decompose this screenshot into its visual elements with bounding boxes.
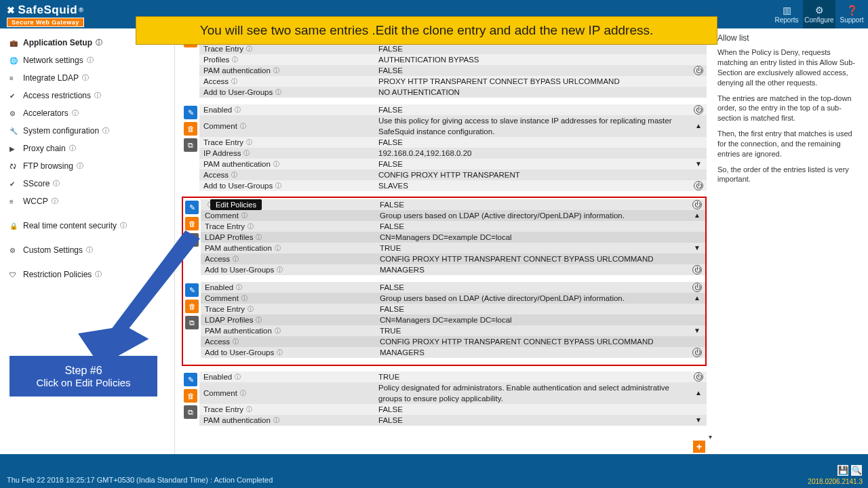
row-control — [689, 336, 705, 347]
edit-button[interactable]: ✎ — [184, 373, 197, 386]
entry-row: Add to User-Groups ⓘMANAGERS⏻ — [201, 347, 705, 358]
row-label: Profiles ⓘ — [199, 54, 376, 65]
help-icon[interactable]: ⓘ — [246, 137, 252, 148]
row-value: FALSE — [376, 104, 690, 115]
help-icon[interactable]: ⓘ — [275, 87, 281, 98]
info-paragraph: So, the order of the entries listed is v… — [717, 165, 863, 185]
help-icon[interactable]: ⓘ — [233, 336, 239, 347]
sidebar-item-access-restrictions[interactable]: ✔Access restrictionsⓘ — [0, 87, 174, 104]
help-icon[interactable]: ⓘ — [277, 264, 283, 275]
support-button[interactable]: ❓ Support — [835, 0, 868, 28]
row-value: FALSE — [377, 282, 689, 293]
row-label: Trace Entry ⓘ — [201, 304, 377, 314]
help-icon[interactable]: ⓘ — [246, 404, 252, 415]
sidebar-item-real-time-content-security[interactable]: 🔒Real time content securityⓘ — [0, 217, 174, 235]
policy-list: ▴ ▾ 🗑Comment ⓘSafeSquid service you must… — [175, 28, 712, 454]
sidebar-item-accelerators[interactable]: ⚙Acceleratorsⓘ — [0, 104, 174, 122]
clone-button[interactable]: ⧉ — [184, 405, 197, 419]
save-icon[interactable]: 💾 — [837, 464, 849, 476]
help-icon[interactable]: ⓘ — [275, 180, 281, 191]
delete-button[interactable]: 🗑 — [184, 122, 197, 136]
move-up-icon[interactable]: ▲ — [694, 210, 701, 221]
sidebar-item-wccp[interactable]: ≡WCCPⓘ — [0, 192, 174, 210]
help-icon[interactable]: ⓘ — [277, 347, 283, 358]
move-up-icon[interactable]: ▲ — [695, 388, 702, 399]
help-icon[interactable]: ⓘ — [248, 221, 254, 232]
help-icon[interactable]: ⓘ — [235, 371, 241, 382]
info-icon: ⓘ — [95, 270, 102, 279]
entry-row: Trace Entry ⓘFALSE — [201, 221, 705, 232]
sidebar-item-sscore[interactable]: ✔SScoreⓘ — [0, 175, 174, 192]
row-value: FALSE — [376, 404, 690, 415]
move-up-icon[interactable]: ▲ — [694, 293, 701, 304]
power-icon[interactable]: ⏻ — [692, 283, 702, 292]
row-label: Trace Entry ⓘ — [199, 404, 376, 415]
help-icon[interactable]: ⓘ — [236, 282, 242, 293]
power-icon[interactable]: ⏻ — [694, 181, 703, 190]
edit-button[interactable]: ✎ — [184, 106, 197, 119]
edit-button[interactable]: ✎Edit Policies — [185, 201, 199, 214]
move-down-icon[interactable]: ▼ — [694, 325, 701, 336]
move-down-icon[interactable]: ▼ — [694, 243, 701, 253]
help-icon[interactable]: ⓘ — [248, 304, 254, 314]
row-value: CN=Managers DC=example DC=local — [377, 314, 689, 325]
reports-button[interactable]: ▥ Reports — [770, 0, 803, 28]
delete-button[interactable]: 🗑 — [185, 217, 199, 230]
power-icon[interactable]: ⏻ — [694, 66, 703, 75]
sidebar-item-custom-settings[interactable]: ⚙Custom Settingsⓘ — [0, 241, 174, 259]
clone-button[interactable]: ⧉ — [184, 138, 197, 152]
help-icon[interactable]: ⓘ — [275, 243, 281, 253]
sidebar-item-proxy-chain[interactable]: ▶Proxy chainⓘ — [0, 140, 174, 157]
brand-reg: ® — [79, 7, 83, 14]
help-icon[interactable]: ⓘ — [240, 388, 246, 399]
entry-row: IP Address ⓘ192.168.0.24,192.168.0.20 — [199, 148, 707, 159]
help-icon[interactable]: ⓘ — [273, 65, 279, 76]
help-icon[interactable]: ⓘ — [233, 253, 239, 264]
sidebar-item-ftp-browsing[interactable]: 🗘FTP browsingⓘ — [0, 157, 174, 175]
sidebar-item-integrate-ldap[interactable]: ≡Integrate LDAPⓘ — [0, 69, 174, 87]
help-icon[interactable]: ⓘ — [256, 232, 262, 243]
entry-row: Enabled ⓘFALSE⏻ — [201, 282, 705, 293]
delete-button[interactable]: 🗑 — [184, 389, 197, 403]
power-icon[interactable]: ⏻ — [694, 372, 703, 382]
help-icon[interactable]: ⓘ — [256, 314, 262, 325]
row-label: PAM authentication ⓘ — [199, 65, 376, 76]
power-icon[interactable]: ⏻ — [692, 265, 702, 274]
help-icon[interactable]: ⓘ — [235, 104, 241, 115]
power-icon[interactable]: ⏻ — [692, 348, 702, 357]
info-icon: ⓘ — [120, 221, 127, 230]
info-icon: ⓘ — [52, 197, 58, 206]
help-icon[interactable]: ⓘ — [275, 325, 281, 336]
power-icon[interactable]: ⏻ — [694, 105, 703, 115]
row-control — [690, 87, 707, 98]
help-icon[interactable]: ⓘ — [246, 43, 252, 54]
move-down-icon[interactable]: ▼ — [695, 159, 702, 169]
edit-button[interactable]: ✎ — [185, 283, 199, 297]
support-label: Support — [840, 16, 863, 24]
row-value: CONFIG PROXY HTTP TRANSPARENT CONNECT BY… — [377, 336, 689, 347]
search-icon[interactable]: 🔍 — [850, 464, 863, 476]
help-icon[interactable]: ⓘ — [243, 148, 250, 159]
move-up-icon[interactable]: ▲ — [695, 121, 702, 131]
sidebar-item-network-settings[interactable]: 🌐Network settingsⓘ — [0, 52, 174, 69]
help-icon[interactable]: ⓘ — [241, 210, 248, 221]
configure-button[interactable]: ⚙ Configure — [803, 0, 835, 28]
add-entry-button[interactable]: + — [693, 441, 705, 453]
row-control — [690, 137, 707, 148]
move-down-icon[interactable]: ▼ — [695, 415, 702, 426]
help-icon[interactable]: ⓘ — [241, 293, 248, 304]
help-icon[interactable]: ⓘ — [273, 159, 279, 169]
configure-label: Configure — [804, 16, 833, 24]
help-icon[interactable]: ⓘ — [273, 415, 279, 426]
scroll-down-icon[interactable]: ▾ — [709, 433, 712, 441]
help-icon[interactable]: ⓘ — [232, 54, 238, 65]
delete-button[interactable]: 🗑 — [185, 300, 199, 313]
help-icon[interactable]: ⓘ — [231, 169, 237, 180]
power-icon[interactable]: ⏻ — [692, 200, 702, 209]
sidebar-item-system-configuration[interactable]: 🔧System configurationⓘ — [0, 122, 174, 140]
help-icon[interactable]: ⓘ — [231, 76, 237, 87]
help-icon[interactable]: ⓘ — [240, 121, 246, 131]
entry-row: Comment ⓘPolicy designated for administr… — [199, 382, 707, 404]
clone-button[interactable]: ⧉ — [185, 316, 199, 329]
row-control: ⏻ — [689, 347, 705, 358]
